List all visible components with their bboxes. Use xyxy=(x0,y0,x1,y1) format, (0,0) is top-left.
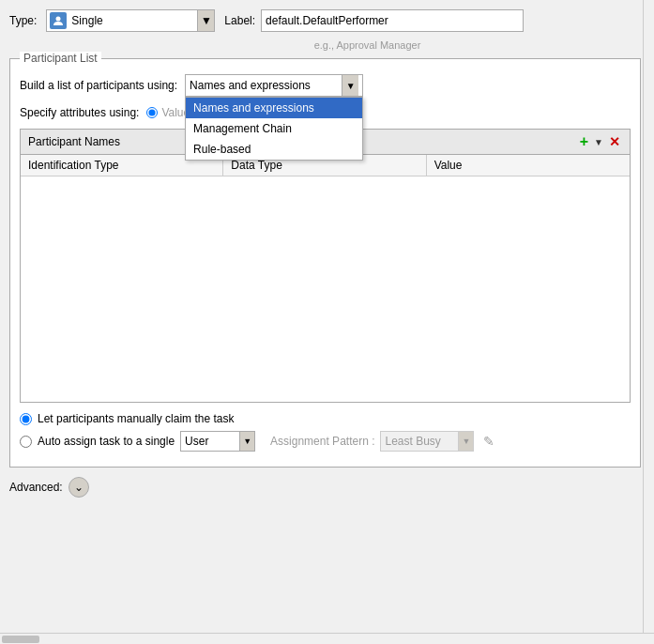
participant-names-box: Participant Names + ▼ ✕ Identification T… xyxy=(20,129,631,403)
remove-participant-button[interactable]: ✕ xyxy=(607,134,622,149)
advanced-label: Advanced: xyxy=(9,481,63,494)
label-field-group: Label: xyxy=(224,9,524,32)
svg-point-0 xyxy=(56,17,61,22)
user-select-text: User xyxy=(181,435,239,448)
bottom-options: Let participants manually claim the task… xyxy=(20,412,631,452)
col-value: Value xyxy=(427,155,630,176)
main-window: Type: Single ▼ Label: e.g., Approval Man… xyxy=(0,0,654,644)
build-dropdown-text: Names and expressions xyxy=(190,79,342,92)
build-dropdown-wrapper: Names and expressions ▼ Names and expres… xyxy=(185,74,363,97)
label-input[interactable] xyxy=(261,9,524,32)
placeholder-hint: e.g., Approval Manager xyxy=(94,39,641,51)
type-label: Type: xyxy=(9,14,37,27)
advanced-toggle-button[interactable]: ⌄ xyxy=(68,477,89,498)
type-dropdown-arrow[interactable]: ▼ xyxy=(197,10,214,31)
auto-assign-row: Auto assign task to a single User ▼ Assi… xyxy=(20,431,631,452)
type-label-row: Type: Single ▼ Label: xyxy=(9,9,641,32)
assignment-pattern-label: Assignment Pattern : xyxy=(270,435,374,448)
build-row: Build a list of participants using: Name… xyxy=(20,74,631,97)
type-select[interactable]: Single ▼ xyxy=(46,9,215,32)
radio-value-based-input[interactable] xyxy=(146,107,158,118)
build-dropdown-arrow[interactable]: ▼ xyxy=(342,75,358,96)
dropdown-option-rule[interactable]: Rule-based xyxy=(186,139,362,160)
claim-radio[interactable] xyxy=(20,413,32,425)
pattern-select-arrow: ▼ xyxy=(458,432,473,451)
pattern-select-text: Least Busy xyxy=(381,435,458,448)
build-dropdown-menu: Names and expressions Management Chain R… xyxy=(185,97,363,161)
specify-label: Specify attributes using: xyxy=(20,106,139,119)
build-dropdown-btn[interactable]: Names and expressions ▼ xyxy=(185,74,363,97)
horizontal-scrollbar[interactable] xyxy=(0,633,654,644)
build-label: Build a list of participants using: xyxy=(20,79,177,92)
pencil-icon: ✎ xyxy=(483,434,494,449)
user-select-arrow[interactable]: ▼ xyxy=(239,432,254,451)
header-actions: + ▼ ✕ xyxy=(578,133,622,150)
scrollbar-h-thumb[interactable] xyxy=(2,636,39,643)
label-field-label: Label: xyxy=(224,14,255,27)
add-dropdown-icon[interactable]: ▼ xyxy=(594,137,603,147)
dropdown-option-mgmt[interactable]: Management Chain xyxy=(186,118,362,139)
vertical-scrollbar[interactable] xyxy=(643,0,654,633)
participant-names-title: Participant Names xyxy=(28,135,120,148)
person-icon xyxy=(50,12,67,29)
claim-row: Let participants manually claim the task xyxy=(20,412,631,425)
add-participant-button[interactable]: + xyxy=(578,133,590,150)
user-select[interactable]: User ▼ xyxy=(180,431,255,452)
participant-list-group: Participant List Build a list of partici… xyxy=(9,58,641,468)
advanced-row: Advanced: ⌄ xyxy=(9,477,641,498)
table-body xyxy=(21,176,630,402)
dropdown-option-names[interactable]: Names and expressions xyxy=(186,98,362,118)
type-select-text: Single xyxy=(69,14,197,27)
claim-label: Let participants manually claim the task xyxy=(38,412,234,425)
participant-list-title: Participant List xyxy=(20,52,101,65)
auto-assign-label: Auto assign task to a single xyxy=(38,435,175,448)
auto-assign-radio[interactable] xyxy=(20,436,32,448)
pattern-select: Least Busy ▼ xyxy=(380,431,474,452)
chevron-down-icon: ⌄ xyxy=(74,481,84,494)
